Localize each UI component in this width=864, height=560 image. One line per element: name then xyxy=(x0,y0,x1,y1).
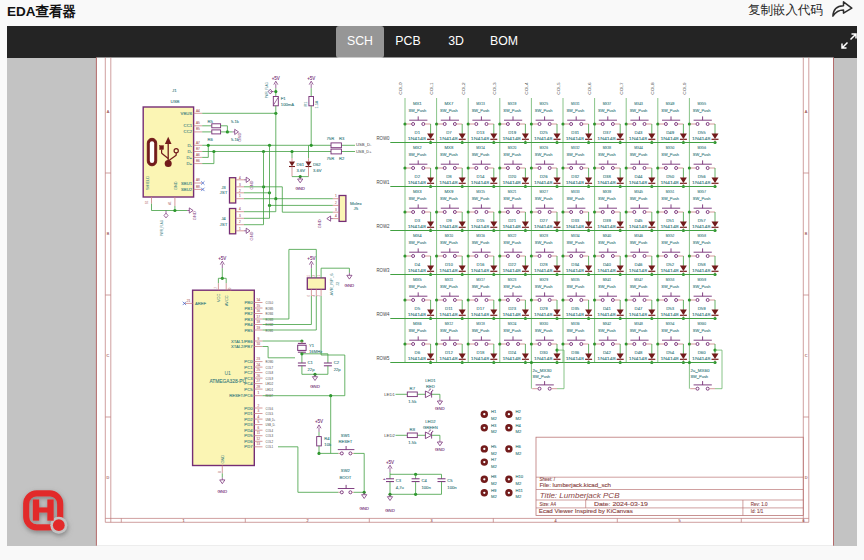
svg-text:1: 1 xyxy=(335,194,337,198)
svg-text:H3: H3 xyxy=(491,423,497,428)
svg-text:MX20: MX20 xyxy=(508,145,517,150)
svg-text:A7: A7 xyxy=(196,141,200,145)
svg-text:PB0: PB0 xyxy=(245,300,254,305)
svg-text:MX5: MX5 xyxy=(413,277,422,282)
svg-text:10k: 10k xyxy=(324,442,332,447)
svg-text:D50: D50 xyxy=(666,174,674,179)
svg-text:5.1k: 5.1k xyxy=(231,119,240,124)
svg-text:D42: D42 xyxy=(603,350,611,355)
svg-text:A8: A8 xyxy=(196,178,200,182)
svg-text:ROW5: ROW5 xyxy=(376,356,389,361)
svg-text:MX23: MX23 xyxy=(508,277,517,282)
svg-text:D7: D7 xyxy=(446,130,452,135)
svg-text:3: 3 xyxy=(239,183,241,187)
svg-text:MX40: MX40 xyxy=(603,233,612,238)
svg-text:SW_Push: SW_Push xyxy=(630,196,648,201)
svg-text:D23: D23 xyxy=(508,306,516,311)
svg-text:C4: C4 xyxy=(421,478,427,483)
svg-text:GND: GND xyxy=(359,506,369,511)
svg-text:GND: GND xyxy=(435,406,445,411)
svg-text:D61: D61 xyxy=(296,162,304,167)
svg-text:SBU2: SBU2 xyxy=(181,187,193,192)
svg-text:C1: C1 xyxy=(308,360,314,365)
svg-text:MX44: MX44 xyxy=(634,145,643,150)
svg-text:MX60: MX60 xyxy=(697,321,706,326)
svg-text:MX58: MX58 xyxy=(697,233,706,238)
svg-text:D58: D58 xyxy=(698,262,706,267)
svg-text:SW_Push: SW_Push xyxy=(566,108,584,113)
svg-text:PD1: PD1 xyxy=(244,411,253,416)
svg-text:SW_Push: SW_Push xyxy=(440,108,458,113)
svg-text:28: 28 xyxy=(257,385,261,389)
svg-text:COL6: COL6 xyxy=(587,82,592,95)
svg-text:1N4148: 1N4148 xyxy=(597,136,616,141)
svg-text:24: 24 xyxy=(257,363,261,367)
svg-text:D22: D22 xyxy=(508,262,516,267)
svg-text:D59: D59 xyxy=(698,306,706,311)
svg-text:21: 21 xyxy=(187,299,191,303)
svg-text:4,7u: 4,7u xyxy=(396,485,405,490)
svg-text:MX43: MX43 xyxy=(634,101,643,106)
svg-text:D27: D27 xyxy=(540,218,548,223)
svg-text:SW_Push: SW_Push xyxy=(472,196,490,201)
svg-text:MX53: MX53 xyxy=(666,277,675,282)
svg-text:B7: B7 xyxy=(196,147,200,151)
svg-text:C: C xyxy=(107,354,110,358)
svg-text:1N4148: 1N4148 xyxy=(534,312,553,317)
svg-text:1N4148: 1N4148 xyxy=(566,180,585,185)
svg-text:SW_Push: SW_Push xyxy=(472,152,490,157)
svg-text:MX33: MX33 xyxy=(571,189,580,194)
svg-text:1N4148: 1N4148 xyxy=(471,356,490,361)
svg-text:M2: M2 xyxy=(516,481,522,486)
svg-text:COL0: COL0 xyxy=(398,82,403,95)
svg-text:4: 4 xyxy=(335,214,337,218)
svg-text:ROW0: ROW0 xyxy=(266,359,274,364)
svg-text:MX25: MX25 xyxy=(539,101,548,106)
svg-text:JST: JST xyxy=(220,222,228,227)
svg-text:13: 13 xyxy=(257,442,261,446)
svg-text:D30: D30 xyxy=(540,350,548,355)
svg-text:SW_Push: SW_Push xyxy=(472,328,490,333)
svg-text:GND: GND xyxy=(249,180,254,189)
svg-text:GND: GND xyxy=(237,133,242,142)
svg-text:ROW0: ROW0 xyxy=(376,136,389,141)
svg-text:3: 3 xyxy=(239,214,241,218)
svg-text:1N4148: 1N4148 xyxy=(408,224,427,229)
svg-text:1N4148: 1N4148 xyxy=(502,268,521,273)
svg-text:SW_Push: SW_Push xyxy=(661,108,679,113)
svg-text:SW_Push: SW_Push xyxy=(503,196,521,201)
svg-text:25: 25 xyxy=(257,368,261,372)
svg-text:R5: R5 xyxy=(208,119,214,124)
svg-text:SW_Push: SW_Push xyxy=(661,240,679,245)
svg-text:R2: R2 xyxy=(339,156,345,161)
svg-text:SW_Push: SW_Push xyxy=(598,240,616,245)
svg-text:LED2: LED2 xyxy=(266,381,274,386)
svg-text:COL1: COL1 xyxy=(429,82,434,95)
svg-text:SW2: SW2 xyxy=(341,468,351,473)
svg-text:GND: GND xyxy=(249,231,254,240)
svg-text:SW_Push: SW_Push xyxy=(440,196,458,201)
svg-text:GND: GND xyxy=(310,384,320,389)
svg-text:LED1: LED1 xyxy=(384,392,395,397)
svg-text:SW_Push: SW_Push xyxy=(630,284,648,289)
svg-text:R4: R4 xyxy=(324,436,330,441)
svg-text:100mA: 100mA xyxy=(281,102,294,107)
svg-text:ROW4: ROW4 xyxy=(376,312,389,317)
svg-text:PD7: PD7 xyxy=(244,444,253,449)
svg-text:SHIELD: SHIELD xyxy=(145,176,150,190)
svg-text:D20: D20 xyxy=(508,174,516,179)
svg-text:4: 4 xyxy=(257,415,259,419)
svg-text:Date: 2024-03-19: Date: 2024-03-19 xyxy=(594,502,649,507)
svg-text:SW_Push: SW_Push xyxy=(598,196,616,201)
svg-text:6: 6 xyxy=(802,519,804,523)
svg-text:MX52: MX52 xyxy=(666,233,675,238)
svg-text:M2: M2 xyxy=(516,429,522,434)
svg-text:B8: B8 xyxy=(196,185,200,189)
svg-text:D26: D26 xyxy=(540,174,548,179)
svg-text:D53: D53 xyxy=(666,306,674,311)
svg-text:COL8: COL8 xyxy=(266,370,274,375)
svg-text:11: 11 xyxy=(257,431,261,435)
svg-text:1N4148: 1N4148 xyxy=(597,312,616,317)
svg-text:2u_MX60: 2u_MX60 xyxy=(690,368,710,373)
svg-text:1N4148: 1N4148 xyxy=(439,136,458,141)
